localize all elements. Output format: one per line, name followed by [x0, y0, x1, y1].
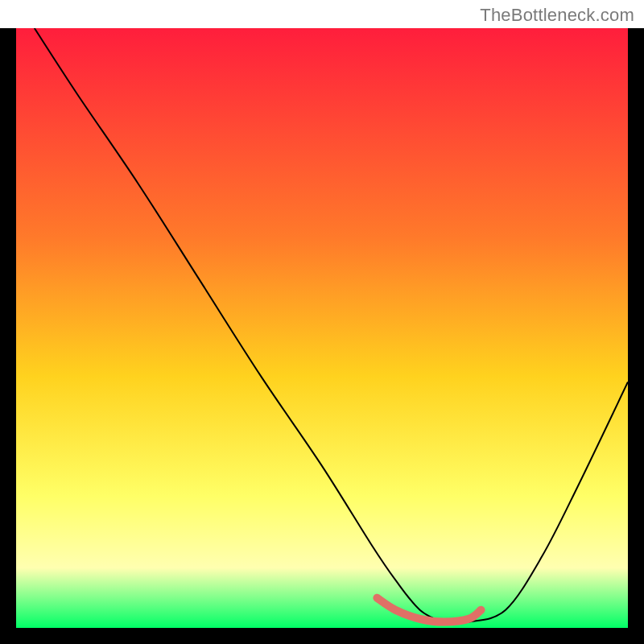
plot-background	[16, 28, 628, 628]
frame	[0, 628, 644, 644]
attribution-text: TheBottleneck.com	[480, 5, 634, 26]
bottleneck-chart	[0, 0, 644, 644]
frame	[628, 28, 644, 644]
frame	[0, 28, 16, 644]
